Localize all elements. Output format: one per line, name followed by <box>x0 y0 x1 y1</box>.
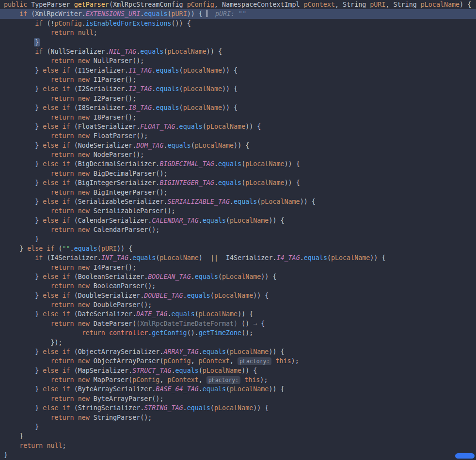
code-token: pLocalName <box>230 385 269 393</box>
code-token: pLocalName <box>214 404 253 412</box>
code-token <box>4 114 50 121</box>
code-token: ()) { <box>172 20 191 27</box>
code-token: ( <box>167 10 171 17</box>
code-token: pContext <box>199 357 230 365</box>
code-token: DOM_TAG <box>136 142 163 149</box>
code-token: ( <box>132 320 136 327</box>
code-token: )) { <box>269 385 284 393</box>
code-token: } <box>4 404 43 412</box>
code-token: . <box>167 310 171 318</box>
code-token <box>4 264 50 271</box>
code-token: )) { <box>234 142 249 149</box>
code-token: equals <box>132 254 156 261</box>
code-token: )) { <box>300 198 316 205</box>
code-token: I1Parser <box>94 76 125 83</box>
code-token: BigIntegerSerializer <box>78 179 156 186</box>
code-token: new <box>78 151 94 158</box>
code-line: } else if (BigIntegerSerializer.BIGINTEG… <box>0 178 476 187</box>
code-line: return new BigIntegerParser(); <box>0 188 476 197</box>
code-token: ( <box>179 67 183 74</box>
horizontal-scrollbar-thumb[interactable] <box>455 453 475 459</box>
code-token: new <box>78 226 94 233</box>
code-token: new <box>78 282 94 290</box>
code-token: getTimeZone <box>199 329 241 337</box>
code-token: I2_TAG <box>128 85 152 92</box>
code-token: MapParser <box>94 376 128 383</box>
code-line: return new ObjectArrayParser(pConfig, pC… <box>0 356 476 366</box>
code-token: ( <box>203 123 206 130</box>
code-token: . <box>230 198 234 205</box>
code-token: new <box>78 414 94 421</box>
code-token: return <box>82 329 109 337</box>
code-token: return <box>50 376 78 383</box>
code-token: pLocalName <box>245 160 284 168</box>
code-token: )) { <box>117 245 132 252</box>
code-line: return new SerializableParser(); <box>0 206 476 215</box>
code-token: new <box>78 357 94 365</box>
debug-inline-value: pURI: "" <box>215 10 246 17</box>
code-token: ( <box>74 67 78 74</box>
code-token: ( <box>74 385 78 393</box>
code-token: { <box>257 320 265 327</box>
code-token: } <box>4 67 43 74</box>
code-token: . <box>125 104 128 111</box>
code-line: } else if (I8Serializer.I8_TAG.equals(pL… <box>0 103 476 112</box>
code-token: ObjectArraySerializer <box>78 348 160 355</box>
code-line: } else if (DoubleSerializer.DOUBLE_TAG.e… <box>0 291 476 300</box>
code-token: else if <box>43 160 74 168</box>
code-token: StringSerializer <box>78 404 141 412</box>
code-token: ( <box>74 273 78 280</box>
code-token: if <box>35 254 47 261</box>
code-line: } else if (FloatSerializer.FLOAT_TAG.equ… <box>0 122 476 131</box>
code-token: pLocalName <box>245 179 284 186</box>
code-token: else if <box>43 348 74 355</box>
code-token <box>240 376 244 383</box>
code-line: } else if (I1Serializer.I1_TAG.equals(pL… <box>0 66 476 75</box>
code-token: new <box>78 320 94 327</box>
code-token: I4Serializer <box>50 254 97 261</box>
code-token: new <box>78 207 94 215</box>
code-token: this <box>275 357 291 365</box>
code-token: } <box>4 123 43 130</box>
code-token: this <box>244 376 260 383</box>
code-token: equals <box>218 160 241 168</box>
code-token: . <box>183 292 187 299</box>
code-token: BOOLEAN_TAG <box>148 273 190 280</box>
code-token: return <box>50 301 78 308</box>
code-token: pLocalName <box>168 48 206 55</box>
code-token: equals <box>234 198 257 205</box>
code-token: I2Serializer <box>78 85 125 92</box>
code-token: )) { <box>241 367 257 374</box>
code-token: . <box>191 273 195 280</box>
code-token: pLocalName <box>159 254 198 261</box>
code-token: else if <box>43 179 74 186</box>
code-line: return new NullParser(); <box>0 56 476 65</box>
code-token: )) { <box>238 310 253 318</box>
code-token <box>4 10 19 17</box>
code-line: return new BigDecimalParser(); <box>0 169 476 178</box>
code-token: return <box>50 95 78 102</box>
code-line: if (I4Serializer.INT_TAG.equals(pLocalNa… <box>0 253 476 262</box>
code-token: } <box>4 217 43 224</box>
code-token: . <box>199 217 203 224</box>
code-token: . <box>128 254 132 261</box>
code-token: ARRAY_TAG <box>163 348 198 355</box>
code-token <box>4 189 50 196</box>
code-token: CalendarParser <box>94 226 148 233</box>
code-token: (); <box>144 282 156 290</box>
parameter-hint-inlay: pFactory: <box>238 357 271 365</box>
code-token: else if <box>43 273 74 280</box>
code-token: else if <box>43 217 74 224</box>
code-token: pLocalName <box>230 217 269 224</box>
code-token: equals <box>304 254 327 261</box>
code-editor[interactable]: public TypeParser getParser(XmlRpcStream… <box>0 0 476 460</box>
code-line: } <box>0 234 476 244</box>
code-line: return new I4Parser(); <box>0 263 476 272</box>
code-token: DoubleSerializer <box>78 292 141 299</box>
code-token: ( <box>195 310 199 318</box>
code-token: (); <box>125 95 136 102</box>
code-token: ( <box>226 348 230 355</box>
code-token: null <box>78 29 94 36</box>
code-token: BIGINTEGER_TAG <box>159 179 214 186</box>
code-token: } <box>4 179 43 186</box>
